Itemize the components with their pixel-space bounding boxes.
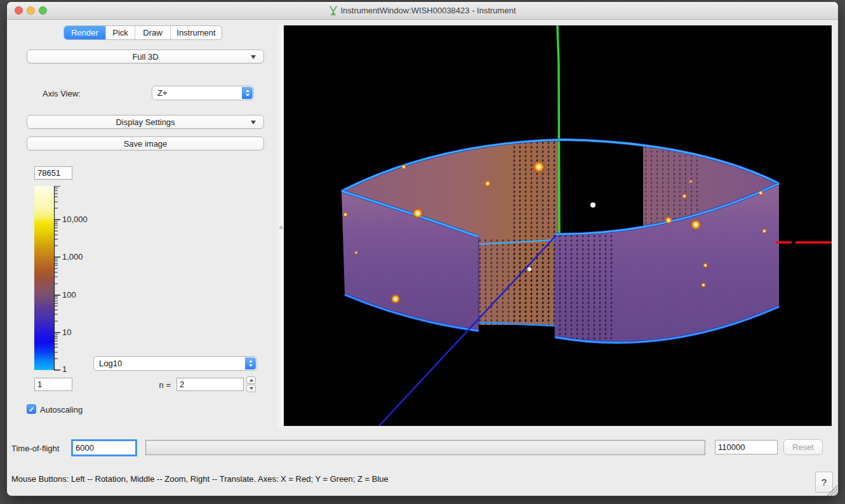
projection-dropdown[interactable]: Full 3D: [27, 50, 264, 63]
spin-down-button[interactable]: [246, 385, 256, 392]
close-button[interactable]: [15, 6, 23, 15]
tab-render[interactable]: Render: [64, 26, 106, 39]
reset-button[interactable]: Reset: [783, 439, 823, 455]
sample-marker: [590, 202, 595, 208]
instrument-window: InstrumentWindow:WISH00038423 - Instrume…: [6, 1, 839, 496]
colorbar-tick: 1,000: [62, 252, 83, 262]
view-tabs: Render Pick Draw Instrument: [63, 25, 222, 40]
axis-view-select[interactable]: Z+: [152, 86, 254, 100]
window-controls: [15, 6, 47, 15]
minimize-button[interactable]: [27, 6, 35, 15]
axis-view-value: Z+: [157, 88, 168, 98]
splitter-grip-icon: [279, 226, 283, 229]
combo-stepper-icon: [242, 87, 253, 99]
colorbar: 10,000 1,000 100 10 1: [34, 186, 130, 374]
reset-label: Reset: [792, 442, 814, 452]
colorbar-tick: 1: [62, 364, 67, 375]
colorbar-tick: 10: [62, 328, 71, 338]
z-axis-marker-dot: [528, 267, 531, 271]
spin-up-button[interactable]: [246, 376, 256, 384]
colorbar-min-input[interactable]: [34, 378, 72, 391]
dropdown-arrow-icon: [251, 121, 256, 124]
tab-draw[interactable]: Draw: [135, 26, 171, 39]
colorbar-max-input[interactable]: [34, 166, 72, 180]
instrument-3d-scene: [284, 25, 832, 426]
window-title: InstrumentWindow:WISH00038423 - Instrume…: [329, 6, 516, 16]
projection-value: Full 3D: [132, 52, 158, 62]
power-label: n =: [134, 380, 171, 390]
title-bar[interactable]: InstrumentWindow:WISH00038423 - Instrume…: [7, 2, 838, 20]
combo-stepper-icon: [245, 357, 256, 369]
tab-instrument[interactable]: Instrument: [171, 26, 222, 39]
autoscaling-checkbox[interactable]: ✓: [27, 404, 36, 414]
display-settings-label: Display Settings: [116, 117, 175, 127]
window-title-text: InstrumentWindow:WISH00038423 - Instrume…: [340, 6, 516, 15]
mantid-logo-icon: [329, 6, 338, 16]
scale-type-select[interactable]: Log10: [93, 356, 257, 371]
tof-label: Time-of-flight: [11, 444, 59, 453]
axis-view-label: Axis View:: [43, 89, 81, 98]
window-resize-grip[interactable]: [825, 483, 839, 496]
zoom-button[interactable]: [39, 6, 47, 15]
panel-splitter[interactable]: [278, 25, 284, 427]
save-image-label: Save image: [124, 139, 168, 149]
power-spinner: [246, 376, 256, 392]
dropdown-arrow-icon: [251, 55, 256, 59]
colorbar-gradient[interactable]: [34, 186, 54, 370]
instrument-3d-viewport[interactable]: [284, 25, 832, 426]
tof-max-input[interactable]: [715, 440, 778, 454]
right-panel-dot-texture: [555, 232, 616, 346]
tab-pick[interactable]: Pick: [106, 26, 135, 39]
scale-type-value: Log10: [99, 359, 122, 368]
colorbar-tick: 100: [62, 290, 76, 300]
beam-gap: [559, 140, 643, 235]
status-text: Mouse Buttons: Left -- Rotation, Middle …: [11, 474, 389, 484]
display-settings-dropdown[interactable]: Display Settings: [27, 115, 264, 129]
autoscaling-label: Autoscaling: [40, 405, 83, 414]
tof-min-input[interactable]: [71, 439, 137, 456]
power-input[interactable]: [176, 378, 244, 391]
tof-slider[interactable]: [145, 440, 705, 455]
colorbar-tick: 10,000: [62, 215, 88, 225]
save-image-button[interactable]: Save image: [27, 136, 264, 150]
